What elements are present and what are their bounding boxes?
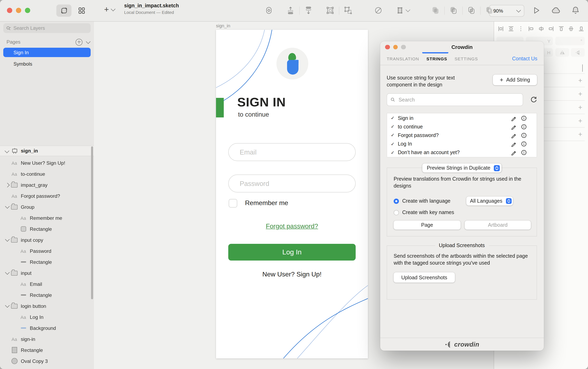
- align-middle-vertical-icon[interactable]: [568, 26, 574, 32]
- distribute-vertically-icon[interactable]: [508, 26, 514, 32]
- edit-pencil-icon[interactable]: [511, 115, 516, 121]
- remember-me-checkbox[interactable]: [229, 199, 237, 208]
- document-title-block[interactable]: sign_in_impact.sketch Local Document — E…: [124, 3, 179, 14]
- collapse-chevron-icon[interactable]: [5, 270, 10, 275]
- align-right-icon[interactable]: [548, 26, 554, 32]
- add-style-button[interactable]: +: [578, 104, 582, 111]
- minimize-window-button[interactable]: [393, 45, 398, 49]
- search-layers-input[interactable]: [12, 25, 88, 31]
- forgot-password-link[interactable]: Forgot password?: [216, 223, 368, 230]
- layer-row[interactable]: Aato-continue: [0, 168, 94, 180]
- sign-in-heading[interactable]: SIGN IN: [237, 95, 286, 110]
- info-icon[interactable]: [521, 124, 527, 130]
- rotate-icon[interactable]: [374, 6, 383, 15]
- pages-collapse-chevron-icon[interactable]: [86, 39, 91, 44]
- to-continue-subheading[interactable]: to continue: [238, 111, 269, 118]
- layer-row[interactable]: Group: [0, 201, 94, 212]
- artboard-group-row[interactable]: sign_in: [0, 146, 94, 156]
- string-search-input[interactable]: [398, 96, 519, 103]
- radio-selected-icon[interactable]: [394, 198, 399, 204]
- tab-settings[interactable]: SETTINGS: [454, 56, 478, 61]
- send-backward-icon[interactable]: [304, 6, 313, 15]
- page-item-sign-in[interactable]: Sign In: [3, 48, 91, 57]
- zoom-level-select[interactable]: 90%: [489, 5, 524, 17]
- align-bottom-icon[interactable]: [578, 26, 584, 32]
- create-with-key-names-option[interactable]: Create with key names: [394, 209, 454, 215]
- layer-row[interactable]: AaForgot password?: [0, 190, 94, 201]
- align-left-icon[interactable]: [528, 26, 534, 32]
- expand-chevron-icon[interactable]: [5, 183, 10, 187]
- info-icon[interactable]: [521, 150, 527, 156]
- add-page-button[interactable]: [75, 39, 83, 45]
- password-field[interactable]: Password: [228, 175, 356, 192]
- boolean-intersect-icon[interactable]: [467, 6, 476, 15]
- string-row[interactable]: ✓ to continue: [387, 122, 536, 131]
- tab-translation[interactable]: TRANSLATION: [387, 56, 419, 61]
- tab-strings[interactable]: STRINGS: [427, 56, 447, 61]
- edit-pencil-icon[interactable]: [511, 132, 516, 138]
- string-search-field[interactable]: [387, 93, 523, 106]
- group-icon[interactable]: [326, 6, 335, 15]
- layer-row[interactable]: impact_gray: [0, 180, 94, 190]
- layer-row[interactable]: Rectangle: [0, 257, 94, 268]
- page-item-symbols[interactable]: Symbols: [3, 59, 91, 69]
- string-row[interactable]: ✓ Log In: [387, 140, 536, 148]
- preview-strings-dropdown[interactable]: Preview Strings in Duplicate: [422, 163, 501, 172]
- notifications-button[interactable]: [571, 6, 580, 15]
- string-row[interactable]: ✓ Forgot password?: [387, 131, 536, 140]
- artboard-button[interactable]: Artboard: [465, 220, 531, 229]
- layer-row[interactable]: Rectangle: [0, 345, 94, 356]
- refresh-strings-button[interactable]: [530, 96, 537, 103]
- layer-row[interactable]: input: [0, 268, 94, 279]
- layer-row[interactable]: AaLog In: [0, 311, 94, 322]
- fullscreen-window-button[interactable]: [25, 8, 30, 13]
- layer-row[interactable]: Rectangle: [0, 289, 94, 300]
- layer-row[interactable]: AaEmail: [0, 279, 94, 289]
- boolean-union-icon[interactable]: [431, 6, 440, 15]
- align-center-horizontal-icon[interactable]: [538, 26, 544, 32]
- collapse-chevron-icon[interactable]: [5, 303, 10, 308]
- layer-row[interactable]: AaRemember me: [0, 212, 94, 223]
- artboard-sign-in[interactable]: SIGN IN to continue Email Password Remem…: [216, 30, 368, 359]
- string-row[interactable]: ✓ Don’t have an account yet?: [387, 149, 536, 157]
- collapse-chevron-icon[interactable]: [5, 204, 10, 209]
- collapse-chevron-icon[interactable]: [5, 237, 10, 242]
- search-layers-field[interactable]: [3, 23, 91, 33]
- info-icon[interactable]: [521, 141, 527, 147]
- preview-play-button[interactable]: [532, 6, 541, 15]
- add-style-button[interactable]: +: [578, 90, 582, 97]
- language-select[interactable]: All Languages: [466, 197, 513, 206]
- canvas-view-toggle[interactable]: [56, 4, 72, 17]
- artboard-title[interactable]: sign_in: [216, 23, 230, 28]
- add-string-button[interactable]: Add String: [493, 75, 537, 85]
- grid-view-toggle[interactable]: [74, 4, 89, 17]
- add-style-button[interactable]: +: [578, 77, 582, 84]
- email-field[interactable]: Email: [228, 143, 356, 161]
- boolean-subtract-icon[interactable]: [449, 6, 458, 15]
- create-with-language-option[interactable]: Create with language: [394, 198, 450, 204]
- layer-row[interactable]: Rectangle: [0, 223, 94, 234]
- edit-pencil-icon[interactable]: [511, 141, 516, 147]
- layer-row[interactable]: AaPassword: [0, 245, 94, 257]
- collapse-chevron-icon[interactable]: [5, 149, 9, 153]
- minimize-window-button[interactable]: [16, 8, 21, 13]
- ungroup-icon[interactable]: [344, 6, 352, 15]
- layer-row[interactable]: Oval Copy 3: [0, 356, 94, 367]
- layer-row[interactable]: Aasign-in: [0, 334, 94, 345]
- brand-logo[interactable]: [276, 48, 308, 80]
- radio-unselected-icon[interactable]: [394, 210, 399, 215]
- info-icon[interactable]: [521, 115, 527, 121]
- edit-pencil-icon[interactable]: [511, 150, 516, 156]
- close-window-button[interactable]: [7, 8, 12, 13]
- layer-row[interactable]: AaNew User? Sign Up!: [0, 157, 94, 168]
- section-collapse-chevron-icon[interactable]: [582, 64, 583, 72]
- close-window-button[interactable]: [385, 45, 390, 49]
- string-row[interactable]: ✓ Sign in: [387, 114, 536, 122]
- layer-row[interactable]: login button: [0, 300, 94, 311]
- insert-menu-button[interactable]: [104, 5, 115, 14]
- crowdin-titlebar[interactable]: Crowdin: [380, 41, 544, 53]
- page-button[interactable]: Page: [394, 220, 461, 229]
- edit-pencil-icon[interactable]: [511, 124, 516, 130]
- distribute-horizontally-icon[interactable]: [498, 26, 504, 32]
- add-style-button[interactable]: +: [578, 117, 582, 124]
